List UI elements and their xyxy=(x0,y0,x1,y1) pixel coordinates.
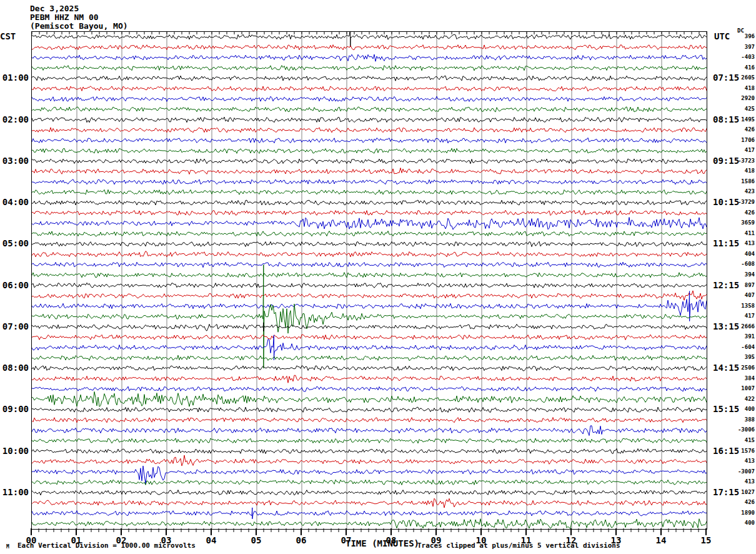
cst-hour-label: 11:00 xyxy=(0,487,29,497)
seismogram-trace-row xyxy=(32,391,707,406)
seismogram-trace-row xyxy=(32,264,707,368)
seismogram-trace-row xyxy=(32,291,707,300)
seismogram-trace-row xyxy=(32,480,707,485)
dc-offset-value: 417 xyxy=(711,313,755,319)
seismogram-trace-row xyxy=(32,189,707,194)
dc-offset-value: 384 xyxy=(711,375,755,381)
dc-offset-value: 411 xyxy=(711,230,755,236)
seismogram-trace-row xyxy=(32,218,707,230)
dc-offset-value: 413 xyxy=(711,458,755,464)
corner-watermark-glyph: M xyxy=(6,544,9,550)
dc-offset-value: 388 xyxy=(711,416,755,423)
dc-offset-value: 397 xyxy=(711,44,755,50)
dc-offset-value: 423 xyxy=(711,188,755,194)
dc-offset-value: 413 xyxy=(711,478,755,485)
seismogram-trace-row xyxy=(32,96,707,101)
dc-offset-value: 2506 xyxy=(711,365,755,371)
header-location: (Pemiscot Bayou, MO) xyxy=(30,21,128,31)
dc-offset-value: 400 xyxy=(711,406,755,412)
seismogram-trace-row xyxy=(32,54,707,61)
dc-offset-value: 1586 xyxy=(711,178,755,184)
dc-offset-value: 415 xyxy=(711,437,755,443)
clipping-note: Traces clipped at plus/minus 5 vertical … xyxy=(417,541,620,550)
dc-offset-value: 3659 xyxy=(711,219,755,226)
dc-offset-value: 404 xyxy=(711,251,755,257)
dc-offset-value: 1706 xyxy=(711,137,755,143)
seismogram-trace-row xyxy=(32,159,707,164)
seismogram-trace-row xyxy=(32,107,707,112)
seismogram-trace-row xyxy=(32,466,707,484)
seismogram-trace-row xyxy=(32,418,707,423)
dc-offset-value: -608 xyxy=(711,261,755,267)
dc-offset-value: 425 xyxy=(711,106,755,112)
cst-hour-label: 01:00 xyxy=(0,73,29,83)
header-date: Dec 3,2025 xyxy=(30,4,79,13)
dc-offset-value: -403 xyxy=(711,54,755,60)
seismogram-trace-row xyxy=(32,45,707,50)
seismogram-trace-row xyxy=(32,323,707,331)
seismogram-trace-row xyxy=(32,262,707,268)
cst-hour-label: 10:00 xyxy=(0,446,29,456)
x-axis-tick-label: 04 xyxy=(200,535,222,545)
seismogram-trace-row xyxy=(32,490,707,496)
dc-offset-value: 396 xyxy=(711,33,755,39)
dc-offset-value: -3007 xyxy=(711,468,755,475)
seismogram-trace-row xyxy=(32,273,707,278)
dc-offset-value: 1027 xyxy=(711,489,755,495)
cst-hour-label: 04:00 xyxy=(0,197,29,207)
dc-offset-value: 1495 xyxy=(711,116,755,123)
seismogram-trace-row xyxy=(32,138,707,143)
dc-offset-value: 422 xyxy=(711,396,755,402)
seismogram-trace-row xyxy=(32,66,707,71)
seismogram-trace-row xyxy=(32,117,707,123)
seismogram-plot-area[interactable] xyxy=(31,31,707,530)
dc-offset-value: -604 xyxy=(711,344,755,350)
cst-hour-label: 08:00 xyxy=(0,363,29,373)
dc-offset-value: 1358 xyxy=(711,303,755,309)
seismogram-trace-row xyxy=(32,128,707,133)
dc-offset-value: 413 xyxy=(711,240,755,246)
dc-offset-value: -3006 xyxy=(711,426,755,433)
seismogram-trace-row xyxy=(32,251,707,257)
dc-offset-value: 2920 xyxy=(711,95,755,101)
helicorder-screen: Dec 3,2025 PEBM HHZ NM 00 (Pemiscot Bayo… xyxy=(0,0,756,554)
dc-offset-value: 418 xyxy=(711,85,755,91)
dc-offset-value: 417 xyxy=(711,147,755,153)
x-axis-tick-label: 05 xyxy=(245,535,267,545)
x-axis-title: TIME (MINUTES) xyxy=(346,538,419,548)
seismogram-traces-svg xyxy=(32,32,707,529)
seismogram-trace-row xyxy=(32,498,707,508)
seismogram-trace-row xyxy=(32,519,707,529)
cst-hour-label: 09:00 xyxy=(0,404,29,414)
seismogram-trace-row xyxy=(32,366,707,371)
cst-hour-label: 05:00 xyxy=(0,238,29,248)
seismogram-trace-row xyxy=(32,148,707,153)
seismogram-trace-row xyxy=(32,375,707,383)
seismogram-trace-row xyxy=(32,76,707,81)
seismogram-trace-row xyxy=(32,426,707,436)
dc-offset-value: 2605 xyxy=(711,74,755,81)
dc-offset-value: 426 xyxy=(711,126,755,133)
x-axis-tick-label: 15 xyxy=(695,535,717,545)
seismogram-trace-row xyxy=(32,210,707,215)
dc-offset-value: 416 xyxy=(711,64,755,71)
dc-offset-value: 897 xyxy=(711,282,755,288)
cst-hour-label: 06:00 xyxy=(0,280,29,290)
dc-offset-value: 395 xyxy=(711,354,755,360)
seismogram-trace-row xyxy=(32,231,707,236)
cst-hour-label: 03:00 xyxy=(0,156,29,166)
dc-offset-value: 407 xyxy=(711,292,755,298)
seismogram-trace-row xyxy=(32,86,707,91)
seismogram-trace-row xyxy=(32,449,707,454)
dc-offset-value: 400 xyxy=(711,520,755,526)
cst-hour-label: 02:00 xyxy=(0,114,29,124)
seismogram-trace-row xyxy=(32,200,707,205)
dc-offset-value: 391 xyxy=(711,333,755,340)
seismogram-trace-row xyxy=(32,168,707,174)
seismogram-trace-row xyxy=(32,241,707,246)
seismogram-trace-row xyxy=(32,508,707,519)
dc-offset-value: 418 xyxy=(711,168,755,174)
dc-offset-value: 1890 xyxy=(711,510,755,516)
header-station: PEBM HHZ NM 00 xyxy=(30,13,99,22)
dc-offset-value: 1007 xyxy=(711,385,755,391)
